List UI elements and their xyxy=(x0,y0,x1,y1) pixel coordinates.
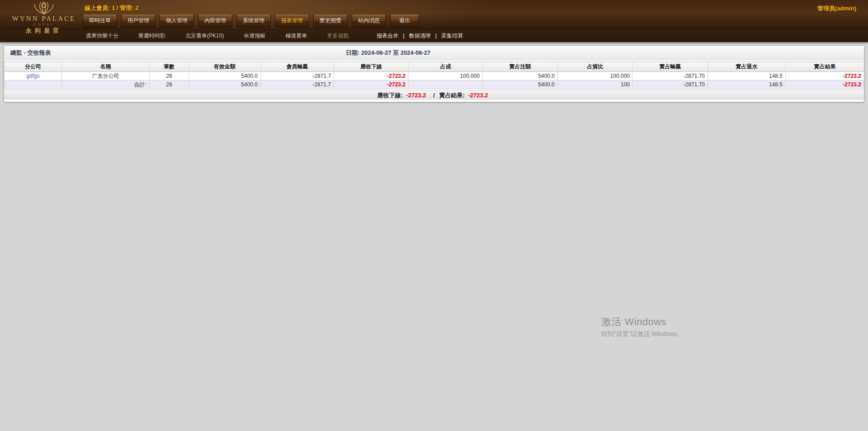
col-header-name: 名稱 xyxy=(62,62,150,72)
nav-user-management[interactable]: 用戶管理 xyxy=(121,14,156,27)
top-header-bar: WYNN PALACE COTAI 永利皇宫 線上會員: 1 / 管理: 2 管… xyxy=(0,0,868,29)
nav-history-draws[interactable]: 歷史開獎 xyxy=(313,14,348,27)
game-link-guangdong-klsf[interactable]: 廣東快樂十分 xyxy=(86,32,118,40)
col-header-share-ratio: 占貨比 xyxy=(558,62,633,72)
col-header-actual-winloss: 實占輸贏 xyxy=(633,62,708,72)
tool-separator: | xyxy=(435,33,437,39)
logo-subtext: COTAI xyxy=(10,23,78,26)
subnav-tools: 报表合并 | 数据清理 | 采集结算 xyxy=(377,32,463,40)
nav-report-management[interactable]: 报表管理 xyxy=(275,14,309,27)
logo-chinese-text: 永利皇宫 xyxy=(10,27,78,35)
game-link-beijing-pk10[interactable]: 北京賽車(PK10) xyxy=(185,32,224,40)
col-header-valid-amount: 有效金額 xyxy=(189,62,261,72)
total-cell-branch xyxy=(5,81,62,89)
summary-bar: 應收下線: -2723.2 / 實占結果: -2723.2 xyxy=(4,90,864,99)
cell-actual-result: -2723.2 xyxy=(786,72,864,81)
cell-branch: gdfgs xyxy=(5,72,62,81)
nav-internal-management[interactable]: 內部管理 xyxy=(198,14,232,27)
total-cell-share-ratio: 100 xyxy=(558,81,633,89)
total-cell-actual-winloss: -2871.70 xyxy=(633,81,708,89)
col-header-share: 占成 xyxy=(409,62,483,72)
summary-label-actual-result: 實占結果: xyxy=(439,92,464,99)
total-cell-valid-amount: 5400.0 xyxy=(189,81,261,89)
windows-activation-watermark: 激活 Windows 转到“设置”以激活 Windows。 xyxy=(601,315,684,338)
tool-collect-settle[interactable]: 采集结算 xyxy=(441,32,463,40)
brand-logo[interactable]: WYNN PALACE COTAI 永利皇宫 xyxy=(10,1,78,35)
page-title: 總監 - 交收報表 xyxy=(10,49,51,56)
cell-share-ratio: 100.000 xyxy=(558,72,633,81)
summary-separator: / xyxy=(433,92,435,99)
col-header-actual-rebate: 實占退水 xyxy=(708,62,786,72)
cell-actual-winloss: -2871.70 xyxy=(633,72,708,81)
table-header-row: 分公司 名稱 筆數 有效金額 會員輸贏 應收下線 占成 實占注額 占貨比 實占輸… xyxy=(5,62,864,72)
tool-separator: | xyxy=(403,33,404,39)
tool-report-merge[interactable]: 报表合并 xyxy=(377,32,398,40)
main-nav: 即時注單 用戶管理 個人管理 內部管理 系统管理 报表管理 歷史開獎 站內消息 … xyxy=(83,14,419,27)
online-stats: 線上會員: 1 / 管理: 2 xyxy=(85,4,138,12)
col-header-branch: 分公司 xyxy=(5,62,62,72)
wynn-palace-emblem-icon xyxy=(10,1,78,15)
summary-value-receivable: -2723.2 xyxy=(406,92,426,99)
cell-actual-bet: 5400.0 xyxy=(483,72,558,81)
branch-link[interactable]: gdfgs xyxy=(26,73,39,79)
game-link-jisu-saiche[interactable]: 極速賽車 xyxy=(285,32,307,40)
total-cell-count: 26 xyxy=(150,81,189,89)
table-total-row: 合計: 26 5400.0 -2871.7 -2723.2 5400.0 100… xyxy=(5,81,864,89)
game-link-chongqing-ssc[interactable]: 重慶時時彩 xyxy=(138,32,165,40)
col-header-member-winloss: 會員輸贏 xyxy=(261,62,334,72)
col-header-count: 筆數 xyxy=(150,62,189,72)
admin-account-label[interactable]: 管理員(admin) xyxy=(817,5,856,13)
cell-name: 广东分公司 xyxy=(62,72,150,81)
cell-receivable-downline: -2723.2 xyxy=(334,72,409,81)
cell-actual-rebate: 148.5 xyxy=(708,72,786,81)
report-panel: 總監 - 交收報表 日期: 2024-06-27 至 2024-06-27 分公… xyxy=(4,45,864,102)
total-cell-receivable-downline: -2723.2 xyxy=(334,81,409,89)
summary-label-receivable: 應收下線: xyxy=(377,92,403,99)
cell-member-winloss: -2871.7 xyxy=(261,72,334,81)
total-cell-member-winloss: -2871.7 xyxy=(261,81,334,89)
game-link-xingyun-feiting[interactable]: 幸運飛艇 xyxy=(244,32,265,40)
nav-logout[interactable]: 退出 xyxy=(390,14,419,27)
total-cell-actual-bet: 5400.0 xyxy=(483,81,558,89)
total-cell-actual-result: -2723.2 xyxy=(786,81,864,89)
nav-personal-management[interactable]: 個人管理 xyxy=(160,14,194,27)
nav-instant-bets[interactable]: 即時注單 xyxy=(83,14,117,27)
total-cell-share xyxy=(409,81,483,89)
settlement-report-table: 分公司 名稱 筆數 有效金額 會員輸贏 應收下線 占成 實占注額 占貨比 實占輸… xyxy=(4,62,864,89)
cell-share: 100.000 xyxy=(409,72,483,81)
cell-count: 26 xyxy=(150,72,189,81)
date-range-label: 日期: 2024-06-27 至 2024-06-27 xyxy=(346,46,430,60)
col-header-actual-result: 實占結果 xyxy=(786,62,864,72)
total-cell-label: 合計: xyxy=(62,81,150,89)
summary-value-actual-result: -2723.2 xyxy=(468,92,488,99)
table-row: gdfgs 广东分公司 26 5400.0 -2871.7 -2723.2 10… xyxy=(5,72,864,81)
tool-data-cleanup[interactable]: 数据清理 xyxy=(409,32,431,40)
sub-nav-bar: 廣東快樂十分 重慶時時彩 北京賽車(PK10) 幸運飛艇 極速賽車 更多遊戲 报… xyxy=(0,29,868,42)
game-link-more-games[interactable]: 更多遊戲 xyxy=(327,32,349,40)
watermark-subtitle: 转到“设置”以激活 Windows。 xyxy=(601,330,684,338)
watermark-title: 激活 Windows xyxy=(601,315,684,329)
total-cell-actual-rebate: 148.5 xyxy=(708,81,786,89)
col-header-receivable-downline: 應收下線 xyxy=(334,62,409,72)
col-header-actual-bet: 實占注額 xyxy=(483,62,558,72)
cell-valid-amount: 5400.0 xyxy=(189,72,261,81)
logo-text: WYNN PALACE xyxy=(10,15,78,23)
report-title-bar: 總監 - 交收報表 日期: 2024-06-27 至 2024-06-27 xyxy=(4,46,864,60)
nav-system-management[interactable]: 系统管理 xyxy=(236,14,271,27)
nav-site-messages[interactable]: 站內消息 xyxy=(352,14,386,27)
